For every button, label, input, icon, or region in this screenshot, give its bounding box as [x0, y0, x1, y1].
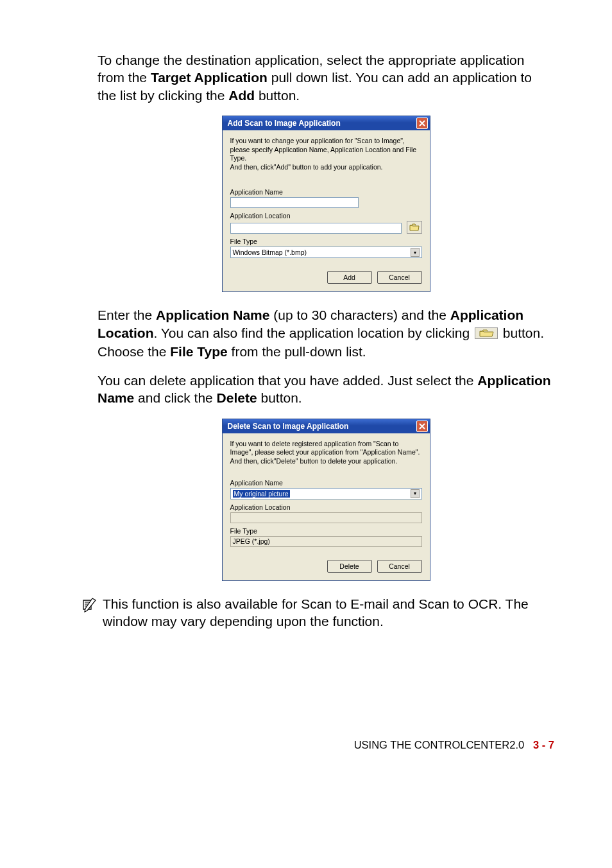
chevron-down-icon: ▾ — [411, 489, 420, 498]
paragraph-1: To change the destination application, s… — [98, 51, 554, 104]
label-app-location: Application Location — [230, 212, 422, 220]
delete-dialog-titlebar: Delete Scan to Image Application — [223, 419, 430, 433]
add-dialog: Add Scan to Image Application If you wan… — [222, 116, 430, 293]
browse-button[interactable] — [407, 221, 422, 234]
add-dialog-titlebar: Add Scan to Image Application — [223, 116, 430, 130]
cancel-button[interactable]: Cancel — [377, 271, 422, 284]
delete-button[interactable]: Delete — [327, 560, 372, 573]
paragraph-3: You can delete application that you have… — [98, 372, 554, 407]
add-dialog-title: Add Scan to Image Application — [223, 119, 341, 128]
chevron-down-icon: ▾ — [411, 248, 420, 257]
label-file-type: File Type — [230, 527, 422, 535]
file-type-select[interactable]: Windows Bitmap (*.bmp) ▾ — [230, 247, 422, 258]
folder-icon — [475, 326, 498, 343]
close-icon[interactable] — [416, 421, 428, 432]
close-icon[interactable] — [416, 117, 428, 129]
paragraph-2: Enter the Application Name (up to 30 cha… — [98, 306, 554, 360]
delete-dialog-title: Delete Scan to Image Application — [223, 422, 349, 431]
add-button[interactable]: Add — [327, 271, 372, 284]
label-app-name: Application Name — [230, 479, 422, 487]
app-location-readonly — [230, 512, 422, 523]
cancel-button[interactable]: Cancel — [377, 560, 422, 573]
file-type-readonly: JPEG (*.jpg) — [230, 536, 422, 547]
app-location-input[interactable] — [230, 223, 402, 234]
label-app-location: Application Location — [230, 503, 422, 511]
add-dialog-instructions: If you want to change your application f… — [230, 137, 422, 172]
page-footer: USING THE CONTROLCENTER2.0 3 - 7 — [98, 739, 554, 751]
app-name-select[interactable]: My original picture ▾ — [230, 488, 422, 499]
label-app-name: Application Name — [230, 188, 422, 196]
note-icon — [81, 596, 98, 616]
note-text: This function is also available for Scan… — [103, 595, 554, 630]
app-name-input[interactable] — [230, 197, 359, 208]
delete-dialog: Delete Scan to Image Application If you … — [222, 419, 430, 581]
label-file-type: File Type — [230, 238, 422, 245]
delete-dialog-instructions: If you want to delete registered applica… — [230, 440, 422, 466]
